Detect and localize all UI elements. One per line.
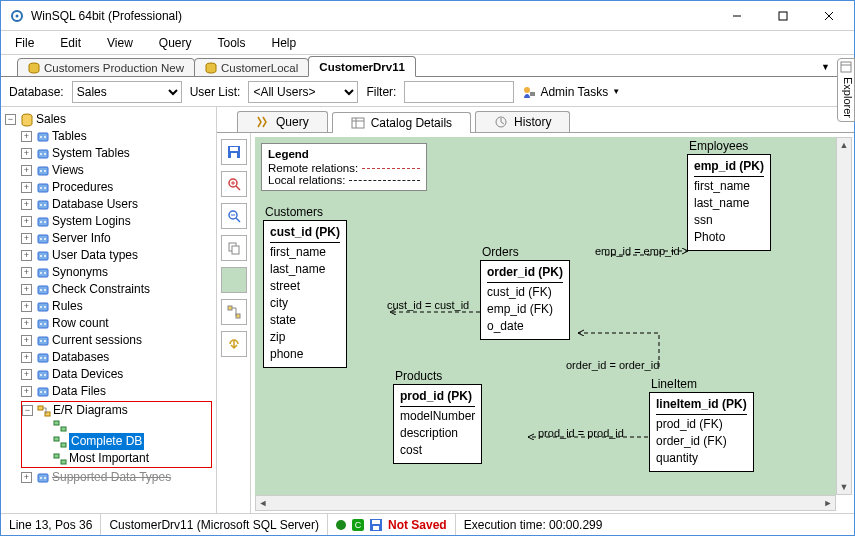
entity-column: cust_id (PK) — [270, 224, 340, 243]
entity-lineitem[interactable]: LineItem lineItem_id (PK)prod_id (FK)ord… — [649, 377, 754, 472]
svg-rect-72 — [352, 118, 364, 128]
filter-input[interactable] — [404, 81, 514, 103]
expand-icon[interactable]: + — [21, 284, 32, 295]
tool-relations[interactable] — [221, 299, 247, 325]
expand-icon[interactable]: + — [21, 216, 32, 227]
scroll-up-icon[interactable]: ▲ — [837, 138, 851, 152]
tab-history[interactable]: History — [475, 111, 570, 132]
svg-point-51 — [44, 340, 46, 342]
tree-item[interactable]: +Check Constraints — [21, 281, 214, 298]
tree-item[interactable]: +Data Devices — [21, 366, 214, 383]
tree-er-diagrams[interactable]: −E/R Diagrams — [22, 402, 211, 419]
expand-icon[interactable]: + — [21, 233, 32, 244]
expand-icon[interactable]: + — [21, 165, 32, 176]
folder-icon — [36, 385, 50, 399]
tree-diagram-item[interactable] — [38, 419, 211, 433]
tree-root[interactable]: − Sales — [5, 111, 214, 128]
collapse-icon[interactable]: − — [5, 114, 16, 125]
er-diagram-canvas[interactable]: Legend Remote relations: Local relations… — [255, 137, 836, 495]
tree-item[interactable]: +Tables — [21, 128, 214, 145]
tree-item[interactable]: +Synonyms — [21, 264, 214, 281]
tab-customer-local[interactable]: CustomerLocal — [194, 58, 309, 77]
expand-icon[interactable]: + — [21, 182, 32, 193]
expand-icon[interactable]: + — [21, 472, 32, 483]
explorer-panel-handle[interactable]: Explorer — [837, 58, 855, 122]
minimize-button[interactable] — [714, 2, 760, 30]
tree-item[interactable]: +Supported Data Types — [21, 469, 214, 486]
scroll-left-icon[interactable]: ◄ — [256, 496, 270, 510]
expand-icon[interactable]: + — [21, 386, 32, 397]
tree-item[interactable]: +User Data types — [21, 247, 214, 264]
entity-employees[interactable]: Employees emp_id (PK)first_namelast_name… — [687, 139, 771, 251]
svg-rect-65 — [54, 437, 59, 441]
tree-item[interactable]: +Server Info — [21, 230, 214, 247]
legend-title: Legend — [268, 148, 420, 160]
database-icon — [28, 62, 40, 74]
tree-item[interactable]: +Procedures — [21, 179, 214, 196]
collapse-icon[interactable]: − — [22, 405, 33, 416]
maximize-button[interactable] — [760, 2, 806, 30]
scroll-down-icon[interactable]: ▼ — [837, 480, 851, 494]
tool-export[interactable] — [221, 331, 247, 357]
menu-view[interactable]: View — [101, 34, 139, 52]
expand-icon[interactable]: + — [21, 369, 32, 380]
scroll-right-icon[interactable]: ► — [821, 496, 835, 510]
tree-item[interactable]: +Rules — [21, 298, 214, 315]
menu-query[interactable]: Query — [153, 34, 198, 52]
database-select[interactable]: Sales — [72, 81, 182, 103]
tab-dropdown-icon[interactable]: ▼ — [821, 62, 830, 72]
tab-catalog-details[interactable]: Catalog Details — [332, 112, 471, 133]
vertical-scrollbar[interactable]: ▲ ▼ — [836, 137, 852, 495]
expand-icon[interactable]: + — [21, 250, 32, 261]
entity-column: description — [400, 425, 475, 442]
folder-icon — [36, 215, 50, 229]
save-icon[interactable] — [370, 519, 382, 531]
svg-rect-22 — [38, 184, 48, 192]
tree-diagram-item[interactable]: Complete DB — [38, 433, 211, 450]
menu-help[interactable]: Help — [266, 34, 303, 52]
tool-zoom-in[interactable] — [221, 171, 247, 197]
svg-point-27 — [44, 204, 46, 206]
userlist-select[interactable]: <All Users> — [248, 81, 358, 103]
svg-point-60 — [44, 391, 46, 393]
tool-color[interactable] — [221, 267, 247, 293]
tree-item[interactable]: +System Logins — [21, 213, 214, 230]
window-title: WinSQL 64bit (Professional) — [31, 9, 714, 23]
tab-query[interactable]: Query — [237, 111, 328, 132]
tree-item[interactable]: +Database Users — [21, 196, 214, 213]
tree-item[interactable]: +Views — [21, 162, 214, 179]
tab-customer-drv11[interactable]: CustomerDrv11 — [308, 56, 416, 77]
entity-orders[interactable]: Orders order_id (PK)cust_id (FK)emp_id (… — [480, 245, 570, 340]
menu-file[interactable]: File — [9, 34, 40, 52]
svg-point-42 — [44, 289, 46, 291]
menu-tools[interactable]: Tools — [212, 34, 252, 52]
tree-item[interactable]: +System Tables — [21, 145, 214, 162]
tool-save[interactable] — [221, 139, 247, 165]
expand-icon[interactable]: + — [21, 335, 32, 346]
entity-products[interactable]: Products prod_id (PK)modelNumberdescript… — [393, 369, 482, 464]
close-button[interactable] — [806, 2, 852, 30]
tool-copy[interactable] — [221, 235, 247, 261]
tab-customers-production-new[interactable]: Customers Production New — [17, 58, 195, 77]
commit-icon[interactable]: C — [352, 519, 364, 531]
admin-tasks-button[interactable]: Admin Tasks ▼ — [522, 85, 620, 99]
expand-icon[interactable]: + — [21, 301, 32, 312]
expand-icon[interactable]: + — [21, 148, 32, 159]
expand-icon[interactable]: + — [21, 131, 32, 142]
expand-icon[interactable]: + — [21, 267, 32, 278]
expand-icon[interactable]: + — [21, 199, 32, 210]
tool-zoom-out[interactable] — [221, 203, 247, 229]
tree-diagram-item[interactable]: Most Important — [38, 450, 211, 467]
entity-customers[interactable]: Customers cust_id (PK)first_namelast_nam… — [263, 205, 347, 368]
horizontal-scrollbar[interactable]: ◄ ► — [255, 495, 836, 511]
tree-item[interactable]: +Current sessions — [21, 332, 214, 349]
tree-item[interactable]: +Data Files — [21, 383, 214, 400]
tree-item[interactable]: +Row count — [21, 315, 214, 332]
entity-column: cust_id (FK) — [487, 284, 563, 301]
object-tree[interactable]: − Sales +Tables+System Tables+Views+Proc… — [1, 107, 217, 513]
menu-edit[interactable]: Edit — [54, 34, 87, 52]
tree-item[interactable]: +Databases — [21, 349, 214, 366]
expand-icon[interactable]: + — [21, 318, 32, 329]
expand-icon[interactable]: + — [21, 352, 32, 363]
svg-rect-66 — [61, 443, 66, 447]
